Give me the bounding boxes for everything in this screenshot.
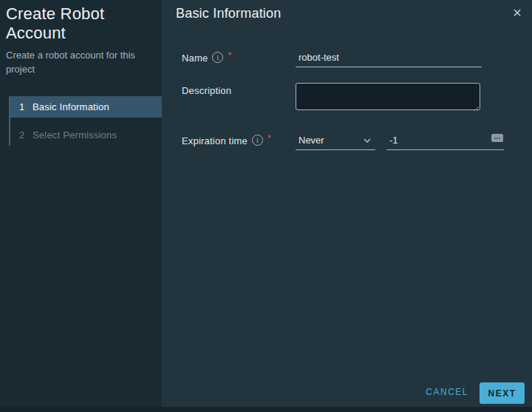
description-field-row: Description [182, 83, 480, 113]
expiration-type-value: Never [299, 135, 324, 146]
expiration-value-input[interactable] [386, 133, 504, 150]
expiration-label-group: Expiration time i * [182, 133, 296, 150]
keyboard-icon[interactable] [491, 134, 503, 142]
modal-subtitle: Create a robot account for this project [6, 48, 140, 76]
description-label-group: Description [182, 83, 296, 113]
next-button[interactable]: NEXT [480, 382, 525, 404]
page-title: Basic Information [176, 6, 281, 21]
close-icon[interactable]: ✕ [510, 6, 525, 21]
description-textarea-wrap [296, 83, 480, 113]
modal-title: Create Robot Account [6, 4, 156, 43]
wizard-page-basic-information: Basic Information ✕ Name i * Description [162, 0, 532, 407]
description-label: Description [182, 85, 231, 96]
create-robot-account-modal: Create Robot Account Create a robot acco… [0, 0, 532, 407]
wizard-sidebar: Create Robot Account Create a robot acco… [0, 0, 162, 407]
step-label: Select Permissions [33, 129, 117, 141]
step-select-permissions[interactable]: 2 Select Permissions [10, 124, 162, 146]
required-asterisk: * [267, 134, 271, 143]
step-basic-information[interactable]: 1 Basic Information [10, 96, 162, 118]
required-asterisk: * [228, 51, 231, 60]
expiration-controls: Never [296, 133, 504, 150]
expiration-label: Expiration time [182, 135, 248, 146]
step-number: 1 [19, 101, 33, 112]
expiration-value-wrap [386, 133, 504, 150]
name-label-group: Name i * [182, 50, 296, 67]
wizard-stepper: 1 Basic Information 2 Select Permissions [9, 96, 162, 146]
expiration-type-select[interactable]: Never [296, 133, 375, 150]
step-label: Basic Information [33, 101, 109, 112]
chevron-down-icon [364, 138, 371, 143]
expiration-field-row: Expiration time i * Never [182, 133, 504, 150]
info-icon[interactable]: i [212, 52, 223, 63]
step-number: 2 [19, 129, 33, 141]
name-input[interactable] [296, 50, 482, 67]
description-textarea[interactable] [296, 83, 480, 110]
name-label: Name [182, 53, 208, 64]
cancel-button[interactable]: CANCEL [426, 387, 468, 397]
name-field-row: Name i * [182, 50, 482, 67]
info-icon[interactable]: i [252, 135, 263, 146]
